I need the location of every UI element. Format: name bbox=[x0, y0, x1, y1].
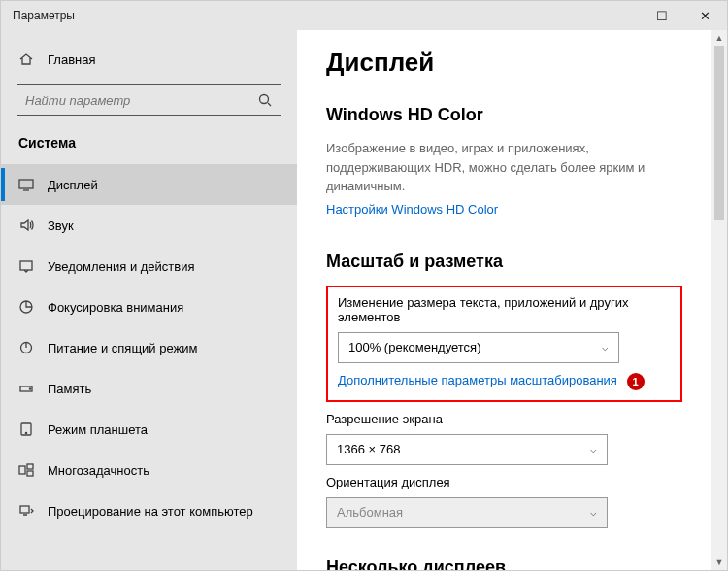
sidebar-item-sound[interactable]: Звук bbox=[1, 205, 297, 246]
sidebar-item-focus[interactable]: Фокусировка внимания bbox=[1, 286, 297, 327]
projecting-icon bbox=[18, 503, 34, 519]
sidebar-item-label: Дисплей bbox=[48, 178, 98, 192]
sidebar-item-label: Режим планшета bbox=[48, 422, 148, 437]
sidebar-item-label: Фокусировка внимания bbox=[48, 300, 183, 315]
sidebar: Главная Система Дисплей Звук Уведомления bbox=[1, 30, 297, 570]
sidebar-item-label: Звук bbox=[48, 218, 74, 233]
chevron-down-icon: ⌵ bbox=[602, 341, 609, 353]
sidebar-item-notifications[interactable]: Уведомления и действия bbox=[1, 246, 297, 286]
sidebar-item-projecting[interactable]: Проецирование на этот компьютер bbox=[1, 490, 297, 531]
window-title: Параметры bbox=[13, 9, 596, 22]
sidebar-item-label: Проецирование на этот компьютер bbox=[48, 504, 253, 519]
tablet-icon bbox=[18, 421, 34, 437]
search-icon bbox=[257, 92, 273, 108]
hd-color-title: Windows HD Color bbox=[326, 105, 682, 125]
chevron-down-icon: ⌵ bbox=[590, 506, 597, 519]
sidebar-item-tablet[interactable]: Режим планшета bbox=[1, 409, 297, 450]
maximize-button[interactable]: ☐ bbox=[640, 1, 683, 30]
scale-value: 100% (рекомендуется) bbox=[348, 340, 480, 354]
svg-rect-10 bbox=[27, 471, 33, 476]
svg-rect-1 bbox=[19, 180, 33, 188]
resolution-label: Разрешение экрана bbox=[326, 412, 682, 426]
orientation-select[interactable]: Альбомная ⌵ bbox=[326, 497, 608, 528]
resolution-select[interactable]: 1366 × 768 ⌵ bbox=[326, 434, 608, 465]
home-icon bbox=[18, 51, 34, 67]
highlight-box: Изменение размера текста, приложений и д… bbox=[326, 286, 682, 402]
minimize-button[interactable]: — bbox=[596, 1, 640, 30]
svg-rect-9 bbox=[27, 464, 33, 469]
sound-icon bbox=[18, 218, 34, 233]
search-field[interactable] bbox=[25, 93, 257, 108]
storage-icon bbox=[18, 381, 34, 396]
svg-point-7 bbox=[25, 432, 26, 433]
sidebar-item-display[interactable]: Дисплей bbox=[1, 164, 297, 205]
multitask-icon bbox=[18, 462, 34, 478]
multi-display-title: Несколько дисплеев bbox=[326, 557, 682, 571]
page-title: Дисплей bbox=[326, 48, 682, 78]
scroll-down-icon[interactable]: ▼ bbox=[711, 554, 727, 570]
svg-point-0 bbox=[260, 95, 269, 104]
sidebar-home[interactable]: Главная bbox=[1, 44, 297, 75]
svg-rect-2 bbox=[20, 261, 32, 270]
sidebar-item-label: Память bbox=[48, 382, 91, 396]
scroll-thumb[interactable] bbox=[714, 46, 724, 220]
content-area: Дисплей Windows HD Color Изображение в в… bbox=[297, 30, 711, 570]
svg-rect-8 bbox=[19, 466, 25, 474]
annotation-badge: 1 bbox=[627, 373, 645, 390]
titlebar: Параметры — ☐ ✕ bbox=[1, 1, 727, 30]
hd-color-desc: Изображение в видео, играх и приложениях… bbox=[326, 139, 682, 196]
sidebar-home-label: Главная bbox=[48, 52, 95, 67]
hd-color-link[interactable]: Настройки Windows HD Color bbox=[326, 202, 498, 217]
sidebar-item-label: Питание и спящий режим bbox=[48, 341, 197, 355]
sidebar-item-multitask[interactable]: Многозадачность bbox=[1, 450, 297, 490]
scale-select[interactable]: 100% (рекомендуется) ⌵ bbox=[338, 332, 619, 363]
sidebar-item-label: Уведомления и действия bbox=[48, 259, 195, 274]
svg-rect-11 bbox=[20, 506, 29, 513]
sidebar-item-label: Многозадачность bbox=[48, 463, 149, 478]
svg-point-5 bbox=[29, 388, 30, 389]
sidebar-section-label: Система bbox=[1, 129, 297, 164]
scroll-up-icon[interactable]: ▲ bbox=[711, 30, 727, 46]
chevron-down-icon: ⌵ bbox=[590, 443, 597, 455]
notifications-icon bbox=[18, 258, 34, 274]
focus-icon bbox=[18, 299, 34, 315]
power-icon bbox=[18, 340, 34, 355]
sidebar-item-storage[interactable]: Память bbox=[1, 368, 297, 409]
sidebar-item-power[interactable]: Питание и спящий режим bbox=[1, 327, 297, 368]
orientation-label: Ориентация дисплея bbox=[326, 475, 682, 489]
close-button[interactable]: ✕ bbox=[683, 1, 727, 30]
advanced-scaling-link[interactable]: Дополнительные параметры масштабирования bbox=[338, 373, 617, 387]
scrollbar[interactable]: ▲ ▼ bbox=[711, 30, 727, 570]
display-icon bbox=[18, 177, 34, 192]
scale-title: Масштаб и разметка bbox=[326, 252, 682, 272]
search-input[interactable] bbox=[17, 84, 281, 116]
resolution-value: 1366 × 768 bbox=[337, 442, 400, 456]
scale-change-label: Изменение размера текста, приложений и д… bbox=[338, 295, 671, 324]
orientation-value: Альбомная bbox=[337, 505, 403, 520]
